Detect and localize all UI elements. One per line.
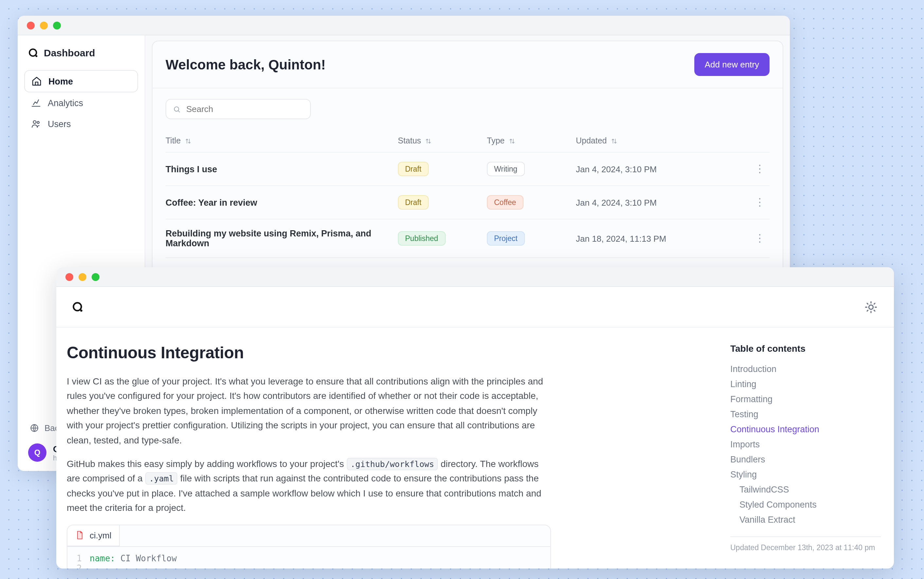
- toc-title: Table of contents: [730, 343, 881, 354]
- inline-code: .yaml: [145, 473, 178, 485]
- code-file-tab[interactable]: ci.yml: [67, 525, 120, 546]
- article-window: Continuous Integration I view CI as the …: [56, 267, 894, 569]
- avatar: Q: [28, 443, 46, 462]
- globe-icon: [29, 423, 39, 433]
- sun-icon: [864, 300, 878, 314]
- avatar-initial: Q: [34, 448, 41, 457]
- svg-point-8: [869, 304, 873, 309]
- window-controls: [65, 273, 99, 281]
- sidebar-item-home[interactable]: Home: [24, 70, 138, 92]
- toc-item[interactable]: Linting: [730, 376, 881, 392]
- svg-point-3: [37, 121, 39, 123]
- row-title: Coffee: Year in review: [166, 198, 394, 207]
- analytics-icon: [31, 98, 41, 108]
- row-menu-button[interactable]: ⋮: [750, 233, 769, 244]
- toc-item[interactable]: Introduction: [730, 361, 881, 376]
- file-icon: [75, 530, 85, 540]
- type-badge: Writing: [487, 162, 525, 176]
- titlebar: [56, 267, 894, 287]
- code-file-name: ci.yml: [90, 530, 111, 540]
- brand: Dashboard: [24, 43, 138, 70]
- toc-item[interactable]: Imports: [730, 437, 881, 452]
- home-icon: [31, 76, 42, 87]
- toc-item[interactable]: Continuous Integration: [730, 422, 881, 437]
- inline-code: .github/workflows: [347, 458, 438, 470]
- theme-toggle-button[interactable]: [864, 300, 878, 314]
- column-updated[interactable]: Updated: [576, 136, 746, 146]
- zoom-icon[interactable]: [53, 21, 61, 29]
- article-title: Continuous Integration: [67, 343, 551, 362]
- toc-item[interactable]: TailwindCSS: [730, 482, 881, 497]
- svg-point-7: [80, 309, 83, 311]
- search-field[interactable]: [166, 99, 311, 119]
- svg-point-2: [33, 121, 36, 123]
- table-of-contents: Table of contents IntroductionLintingFor…: [724, 327, 894, 569]
- row-updated: Jan 18, 2024, 11:13 PM: [576, 234, 746, 243]
- minimize-icon[interactable]: [40, 21, 48, 29]
- svg-point-0: [29, 49, 36, 56]
- zoom-icon[interactable]: [91, 273, 99, 281]
- svg-point-6: [73, 303, 81, 311]
- close-icon[interactable]: [65, 273, 73, 281]
- add-entry-button[interactable]: Add new entry: [694, 53, 769, 76]
- table-row[interactable]: Coffee: Year in reviewDraftCoffeeJan 4, …: [166, 185, 769, 219]
- last-updated: Updated December 13th, 2023 at 11:40 pm: [730, 544, 881, 551]
- article-paragraph: I view CI as the glue of your project. I…: [67, 374, 551, 447]
- row-updated: Jan 4, 2024, 3:10 PM: [576, 198, 746, 207]
- table-row[interactable]: Things I useDraftWritingJan 4, 2024, 3:1…: [166, 152, 769, 185]
- sort-icon: [425, 137, 432, 144]
- search-icon: [173, 105, 181, 114]
- logo-icon: [28, 47, 39, 58]
- column-status[interactable]: Status: [398, 136, 483, 146]
- toc-item[interactable]: Testing: [730, 407, 881, 422]
- sort-icon: [184, 137, 192, 144]
- table-row[interactable]: Rebuilding my website using Remix, Prism…: [166, 219, 769, 257]
- titlebar: [18, 16, 790, 35]
- search-input[interactable]: [186, 104, 304, 114]
- toc-item[interactable]: Styling: [730, 467, 881, 482]
- toc-item[interactable]: Styled Components: [730, 497, 881, 512]
- status-badge: Published: [398, 231, 445, 245]
- sort-icon: [508, 137, 516, 144]
- sidebar-item-label: Users: [48, 119, 71, 129]
- sidebar-item-analytics[interactable]: Analytics: [24, 92, 138, 113]
- article-paragraph: GitHub makes this easy simply by adding …: [67, 456, 551, 515]
- row-updated: Jan 4, 2024, 3:10 PM: [576, 164, 746, 174]
- type-badge: Project: [487, 231, 525, 245]
- page-title: Welcome back, Quinton!: [166, 57, 326, 72]
- brand-label: Dashboard: [44, 47, 95, 58]
- type-badge: Coffee: [487, 195, 523, 209]
- column-type[interactable]: Type: [487, 136, 572, 146]
- row-menu-button[interactable]: ⋮: [750, 197, 769, 208]
- logo-icon[interactable]: [72, 301, 84, 313]
- article-topbar: [56, 287, 894, 327]
- sidebar-item-label: Analytics: [48, 98, 83, 108]
- sidebar-item-label: Home: [49, 76, 73, 86]
- code-block: ci.yml 1name: CI Workflow 2 3on: 4 pull_…: [67, 524, 551, 569]
- minimize-icon[interactable]: [78, 273, 86, 281]
- row-menu-button[interactable]: ⋮: [750, 164, 769, 174]
- sidebar-item-users[interactable]: Users: [24, 113, 138, 134]
- row-title: Rebuilding my website using Remix, Prism…: [166, 229, 394, 248]
- toc-item[interactable]: Vanilla Extract: [730, 512, 881, 527]
- code-body: 1name: CI Workflow 2 3on: 4 pull_request…: [67, 546, 550, 569]
- status-badge: Draft: [398, 195, 429, 209]
- close-icon[interactable]: [27, 21, 35, 29]
- svg-point-1: [35, 55, 37, 57]
- users-icon: [31, 119, 41, 129]
- toc-item[interactable]: Bundlers: [730, 452, 881, 467]
- row-title: Things I use: [166, 164, 394, 174]
- column-title[interactable]: Title: [166, 136, 394, 146]
- toc-item[interactable]: Formatting: [730, 392, 881, 407]
- sort-icon: [611, 137, 618, 144]
- article-body: Continuous Integration I view CI as the …: [56, 327, 724, 569]
- divider: [730, 536, 881, 537]
- window-controls: [27, 21, 61, 29]
- status-badge: Draft: [398, 162, 429, 176]
